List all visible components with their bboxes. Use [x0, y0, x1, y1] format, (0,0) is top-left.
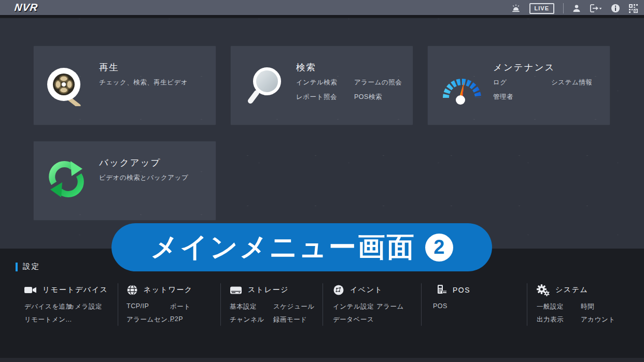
- alarm-siren-icon: [511, 4, 521, 12]
- top-bar-actions: LIVE: [511, 0, 638, 17]
- playback-title: 再生: [99, 61, 119, 74]
- settings-header: 設定: [23, 262, 40, 271]
- settings-item-channel[interactable]: チャンネル: [230, 315, 264, 324]
- settings-item-output-display[interactable]: 出力表示: [537, 315, 564, 324]
- playback-subtitle: チェック、検索、再生ビデオ: [99, 78, 188, 87]
- settings-col-storage: ストレージ 基本設定 スケジュール チャンネル 録画モード: [230, 284, 289, 296]
- settings-item-alarm[interactable]: アラーム: [376, 302, 404, 311]
- network-globe-icon: [127, 284, 138, 296]
- logout-icon: [590, 4, 602, 12]
- menu-item-log[interactable]: ログ: [493, 78, 507, 87]
- topbar-divider: [563, 3, 564, 13]
- maintenance-card[interactable]: メンテナンス ログ システム情報 管理者: [427, 46, 610, 125]
- settings-divider: [118, 283, 118, 326]
- settings-item-record-mode[interactable]: 録画モード: [273, 315, 307, 324]
- backup-subtitle: ビデオの検索とバックアップ: [99, 173, 188, 182]
- annotation-banner: メインメニュー画面 2: [111, 223, 492, 271]
- settings-item-alarm-center[interactable]: アラームセン...: [127, 315, 174, 324]
- film-reel-icon: [46, 67, 86, 106]
- settings-col-system: システム 一般設定 時間 出力表示 アカウント: [537, 284, 588, 296]
- camera-icon: [24, 285, 37, 295]
- settings-item-pos[interactable]: POS: [433, 302, 447, 310]
- qr-code-icon: [629, 4, 638, 13]
- settings-item-general-settings[interactable]: 一般設定: [537, 302, 564, 311]
- settings-item-time[interactable]: 時間: [581, 302, 594, 311]
- top-bar: NVR LIVE: [0, 0, 644, 17]
- settings-item-tcpip[interactable]: TCP/IP: [127, 302, 149, 310]
- info-button[interactable]: [611, 4, 620, 13]
- pos-header[interactable]: POS: [433, 284, 470, 296]
- settings-item-p2p[interactable]: P2P: [170, 315, 183, 323]
- bottom-edge-strip: [0, 358, 644, 362]
- menu-item-alarm-inquiry[interactable]: アラームの照会: [354, 78, 402, 87]
- network-header[interactable]: ネットワーク: [127, 284, 193, 296]
- system-title: システム: [555, 285, 588, 295]
- settings-col-pos: POS POS: [433, 284, 470, 296]
- settings-col-network: ネットワーク TCP/IP ポート アラームセン... P2P: [127, 284, 193, 296]
- settings-item-camera-settings[interactable]: カメラ設定: [68, 302, 102, 311]
- pos-title: POS: [453, 286, 470, 294]
- network-title: ネットワーク: [144, 285, 193, 295]
- settings-item-remote-maintenance[interactable]: リモートメン...: [24, 315, 72, 324]
- backup-title: バックアップ: [99, 156, 161, 169]
- event-title: イベント: [350, 285, 383, 295]
- storage-header[interactable]: ストレージ: [230, 284, 289, 296]
- settings-item-database[interactable]: データベース: [333, 315, 374, 324]
- pos-terminal-icon: [436, 284, 447, 296]
- nvr-logo: NVR: [14, 2, 39, 13]
- settings-accent-bar: [16, 263, 18, 271]
- menu-item-administrator[interactable]: 管理者: [493, 93, 513, 102]
- remote-device-title: リモートデバイス: [43, 285, 108, 295]
- banner-step-badge: 2: [425, 234, 453, 262]
- logout-button[interactable]: [590, 4, 602, 12]
- storage-title: ストレージ: [248, 285, 289, 295]
- qr-code-button[interactable]: [629, 4, 638, 13]
- info-icon: [611, 4, 620, 13]
- settings-item-intel-settings[interactable]: インテル設定: [333, 302, 374, 311]
- settings-divider: [527, 283, 527, 326]
- menu-item-system-info[interactable]: システム情報: [551, 78, 592, 87]
- nvr-main-menu-screen: NVR LIVE: [0, 0, 644, 362]
- settings-divider: [220, 283, 221, 326]
- settings-divider: [421, 283, 422, 326]
- settings-col-event: イベント インテル設定 アラーム データベース: [333, 284, 383, 296]
- user-icon: [572, 4, 581, 12]
- settings-col-remote-device: リモートデバイス デバイスを追加 カメラ設定 リモートメン...: [24, 284, 108, 296]
- menu-item-intel-search[interactable]: インテル検索: [296, 78, 337, 87]
- maintenance-title: メンテナンス: [493, 61, 555, 74]
- system-header[interactable]: システム: [537, 284, 588, 296]
- settings-item-port[interactable]: ポート: [170, 302, 191, 311]
- backup-card[interactable]: バックアップ ビデオの検索とバックアップ: [33, 141, 216, 221]
- storage-drive-icon: [230, 285, 242, 295]
- search-title: 検索: [296, 61, 316, 74]
- event-ai-head-icon: [333, 284, 344, 296]
- backup-sync-icon: [47, 160, 86, 198]
- banner-title: メインメニュー画面: [150, 229, 415, 266]
- settings-divider: [323, 283, 323, 326]
- settings-item-schedule[interactable]: スケジュール: [273, 302, 314, 311]
- settings-item-add-device[interactable]: デバイスを追加: [24, 302, 72, 311]
- settings-item-account[interactable]: アカウント: [581, 315, 615, 324]
- menu-item-pos-search[interactable]: POS検索: [354, 93, 382, 102]
- playback-card[interactable]: 再生 チェック、検索、再生ビデオ: [33, 46, 216, 125]
- system-gears-icon: [537, 284, 550, 296]
- menu-item-report-inquiry[interactable]: レポート照会: [296, 93, 337, 102]
- gauge-icon: [441, 71, 482, 105]
- settings-item-basic-settings[interactable]: 基本設定: [230, 302, 257, 311]
- user-account-button[interactable]: [572, 4, 581, 12]
- live-view-button[interactable]: LIVE: [529, 3, 554, 14]
- alarm-status-button[interactable]: [511, 4, 521, 12]
- event-header[interactable]: イベント: [333, 284, 383, 296]
- remote-device-header[interactable]: リモートデバイス: [24, 284, 108, 296]
- search-card[interactable]: 検索 インテル検索 アラームの照会 レポート照会 POS検索: [230, 46, 413, 125]
- search-magnifier-icon: [246, 67, 284, 106]
